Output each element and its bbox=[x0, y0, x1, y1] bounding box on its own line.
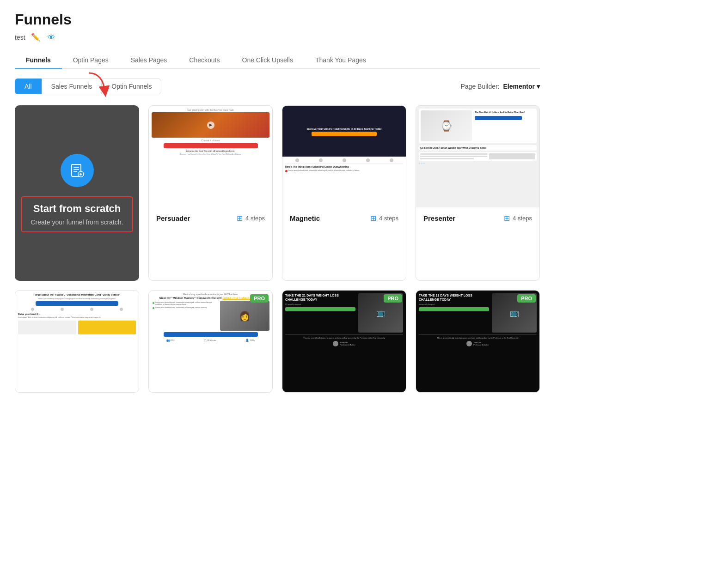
preview-presenter: ⌚ The New Watchlt Is Here, And Its Bette… bbox=[416, 106, 539, 207]
card-persuader[interactable]: Get glowing skin with the BeeHive Face P… bbox=[148, 105, 273, 281]
raise-cta bbox=[36, 301, 118, 306]
scratch-icon bbox=[61, 154, 94, 187]
funnel-name: test bbox=[15, 34, 25, 41]
steps-count-magnetic: 4 steps bbox=[379, 215, 398, 222]
card-preview-raise: Forget about the "Hacks", "Occasional Mo… bbox=[15, 291, 139, 392]
img-block bbox=[489, 153, 535, 159]
stat1: 👥 2152 bbox=[166, 339, 175, 342]
preview-mindset-pro: Want to bring speed and momentum in your… bbox=[149, 291, 272, 392]
check-text1: Lorem ipsum dolor sit amet, consectetur … bbox=[155, 302, 217, 305]
wl1-cta bbox=[285, 307, 355, 311]
stat1-val: 2152 bbox=[171, 339, 175, 341]
dots-pattern bbox=[419, 163, 537, 164]
card-magnetic[interactable]: Improve Your Child's Reading Skills in 3… bbox=[282, 105, 406, 281]
filter-row: All Sales Funnels Optin Funnels Page Bui… bbox=[15, 79, 540, 94]
page-builder-value[interactable]: Elementor ▾ bbox=[503, 83, 540, 90]
stat3-val: 7000+ bbox=[250, 339, 255, 341]
card-weightloss1[interactable]: PRO TAKE THE 21 DAYS WEIGHT LOSS CHALLEN… bbox=[282, 290, 406, 393]
card-steps-persuader: ⊞ 4 steps bbox=[237, 214, 265, 223]
card-footer-presenter: Presenter ⊞ 4 steps bbox=[416, 207, 539, 229]
top-cta bbox=[312, 132, 376, 136]
sub-headline: Here's The Thing: Home-Schooling Can Be … bbox=[285, 165, 403, 168]
card-steps-magnetic: ⊞ 4 steps bbox=[370, 214, 398, 223]
check-item1: Lorem ipsum dolor sit amet, consectetur … bbox=[153, 302, 217, 305]
edit-button[interactable]: ✏️ bbox=[29, 32, 42, 42]
wl1-avatar bbox=[333, 341, 338, 346]
filter-optin-funnels[interactable]: Optin Funnels bbox=[102, 79, 161, 94]
ri2 bbox=[61, 308, 64, 311]
raise-subtext: What if you could stop worrying about be… bbox=[18, 298, 136, 300]
bottom-section: Here's The Thing: Home-Schooling Can Be … bbox=[285, 157, 403, 172]
card-preview-mindset: PRO Want to bring speed and momentum in … bbox=[149, 291, 272, 392]
card-preview-weightloss1: PRO TAKE THE 21 DAYS WEIGHT LOSS CHALLEN… bbox=[282, 291, 406, 392]
bullet1: Lorem ipsum dolor sit amet, consectetur … bbox=[285, 170, 403, 172]
stat2: ⏱ 90 Minutes bbox=[204, 339, 217, 342]
tabs-nav: Funnels Optin Pages Sales Pages Checkout… bbox=[15, 52, 540, 69]
raise-body: Lorem ipsum dolor sit amet, consectetur … bbox=[18, 316, 136, 319]
page-builder-name: Elementor bbox=[503, 83, 535, 90]
steps-count-persuader: 4 steps bbox=[245, 215, 265, 222]
mindset-cta bbox=[164, 332, 258, 337]
stat1-icon: 👥 bbox=[166, 339, 170, 342]
icons-row bbox=[285, 158, 403, 162]
raise-icons bbox=[18, 308, 136, 311]
filter-all[interactable]: All bbox=[15, 79, 42, 94]
cards-grid-row1: Start from scratch Create your funnel fr… bbox=[15, 105, 540, 281]
mindset-stats: 👥 2152 ⏱ 90 Minutes 👤 7000+ bbox=[152, 339, 269, 342]
pro-badge-weightloss1: PRO bbox=[384, 294, 402, 303]
wl2-cta bbox=[419, 307, 489, 311]
preview-beehive: Get glowing skin with the BeeHive Face P… bbox=[149, 106, 272, 207]
tab-one-click-upsells[interactable]: One Click Upsells bbox=[231, 52, 304, 69]
steps-icon2: ⊞ bbox=[370, 214, 376, 223]
wl1-author-name: John DoeProfessor & Author bbox=[340, 341, 355, 346]
bottom-section bbox=[419, 152, 537, 161]
wl1-author: John DoeProfessor & Author bbox=[285, 341, 403, 346]
icon2 bbox=[319, 158, 323, 162]
card-steps-presenter: ⊞ 4 steps bbox=[504, 214, 532, 223]
chevron-down-icon: ▾ bbox=[537, 83, 540, 90]
top-section: Improve Your Child's Reading Skills in 3… bbox=[285, 109, 403, 157]
wl2-left: TAKE THE 21 DAYS WEIGHT LOSS CHALLENGE T… bbox=[419, 293, 490, 333]
preview-button[interactable]: 👁 bbox=[46, 32, 57, 42]
watch-img: ⌚ bbox=[421, 110, 472, 141]
wl2-avatar bbox=[466, 341, 472, 346]
bullet-dot bbox=[285, 170, 288, 172]
wl2-author-name: John DoeProfessor & Author bbox=[473, 341, 489, 346]
wl1-bottom: This is a scientifically tested program,… bbox=[285, 334, 403, 346]
stat3-icon: 👤 bbox=[245, 339, 249, 342]
raise-bottom bbox=[18, 321, 136, 334]
scratch-card[interactable]: Start from scratch Create your funnel fr… bbox=[15, 105, 139, 281]
tab-thank-you-pages[interactable]: Thank You Pages bbox=[304, 52, 377, 69]
card-raise[interactable]: Forget about the "Hacks", "Occasional Mo… bbox=[15, 290, 139, 393]
card-weightloss2[interactable]: PRO TAKE THE 21 DAYS WEIGHT LOSS CHALLEN… bbox=[416, 290, 540, 393]
ri4 bbox=[120, 308, 123, 311]
tab-optin-pages[interactable]: Optin Pages bbox=[62, 52, 120, 69]
filter-sales-funnels[interactable]: Sales Funnels bbox=[42, 79, 102, 94]
pro-badge-weightloss2: PRO bbox=[517, 294, 536, 303]
preview-label: Get glowing skin with the BeeHive Face P… bbox=[152, 109, 269, 111]
card-preview-weightloss2: PRO TAKE THE 21 DAYS WEIGHT LOSS CHALLEN… bbox=[416, 291, 539, 392]
card-mindset[interactable]: PRO Want to bring speed and momentum in … bbox=[148, 290, 273, 393]
preview-weightloss1: TAKE THE 21 DAYS WEIGHT LOSS CHALLENGE T… bbox=[282, 291, 406, 392]
card-presenter[interactable]: ⌚ The New Watchlt Is Here, And Its Bette… bbox=[416, 105, 540, 281]
divider bbox=[285, 164, 403, 164]
preview-magnetic: Improve Your Child's Reading Skills in 3… bbox=[282, 106, 406, 207]
raise-img1 bbox=[18, 321, 76, 334]
preview-sub: Choose # of video bbox=[152, 139, 269, 142]
edit-icon: ✏️ bbox=[31, 33, 40, 41]
sub-headline: Enhance the Real You with all Natural In… bbox=[152, 150, 269, 152]
watch-text: The New Watchlt Is Here, And Its Better … bbox=[474, 110, 535, 141]
card-preview-presenter: ⌚ The New Watchlt Is Here, And Its Bette… bbox=[416, 106, 539, 207]
wl1-headline: TAKE THE 21 DAYS WEIGHT LOSS CHALLENGE T… bbox=[285, 293, 355, 302]
card-name-magnetic: Magnetic bbox=[290, 214, 320, 222]
wl2-subtext: It's specially designed... bbox=[419, 303, 489, 305]
card-name-presenter: Presenter bbox=[423, 214, 455, 222]
eye-icon: 👁 bbox=[48, 33, 55, 41]
steps-icon3: ⊞ bbox=[504, 214, 510, 223]
raise-img2 bbox=[78, 321, 136, 334]
tab-sales-pages[interactable]: Sales Pages bbox=[120, 52, 178, 69]
tab-checkouts[interactable]: Checkouts bbox=[178, 52, 231, 69]
raise-sub-headline: Raise your hand if... bbox=[18, 313, 136, 315]
check-dot2 bbox=[153, 307, 154, 309]
tab-funnels[interactable]: Funnels bbox=[15, 52, 62, 69]
